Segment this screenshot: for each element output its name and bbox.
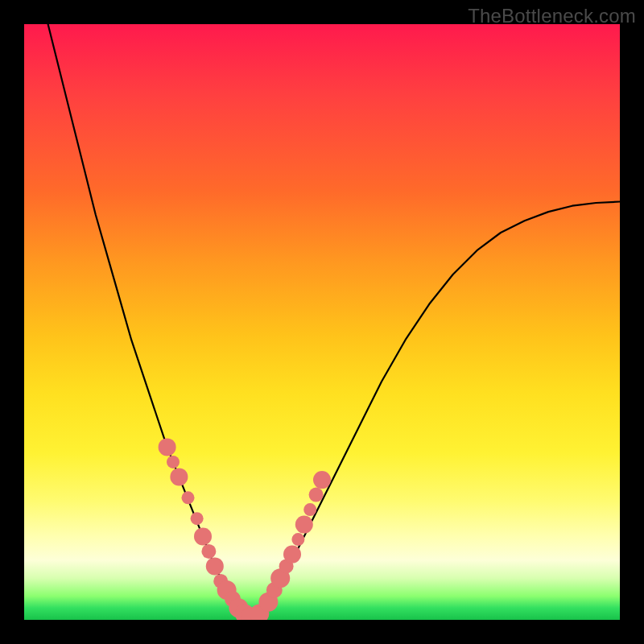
chart-plot-area <box>24 24 620 620</box>
marker-dot <box>291 533 304 546</box>
marker-dot <box>191 512 204 525</box>
curve-line <box>48 24 620 617</box>
highlight-markers <box>159 438 331 620</box>
marker-dot <box>283 546 301 564</box>
marker-dot <box>194 527 212 545</box>
chart-frame: TheBottleneck.com <box>0 0 644 644</box>
marker-dot <box>170 468 188 485</box>
marker-dot <box>159 438 176 456</box>
marker-dot <box>201 544 216 559</box>
marker-dot <box>295 516 313 534</box>
marker-dot <box>182 491 195 504</box>
marker-dot <box>167 456 180 469</box>
marker-dot <box>309 488 324 502</box>
marker-dot <box>206 557 224 575</box>
marker-dot <box>313 471 331 489</box>
bottleneck-curve <box>48 24 620 617</box>
chart-svg <box>24 24 620 620</box>
marker-dot <box>303 503 316 516</box>
watermark-text: TheBottleneck.com <box>468 5 636 27</box>
